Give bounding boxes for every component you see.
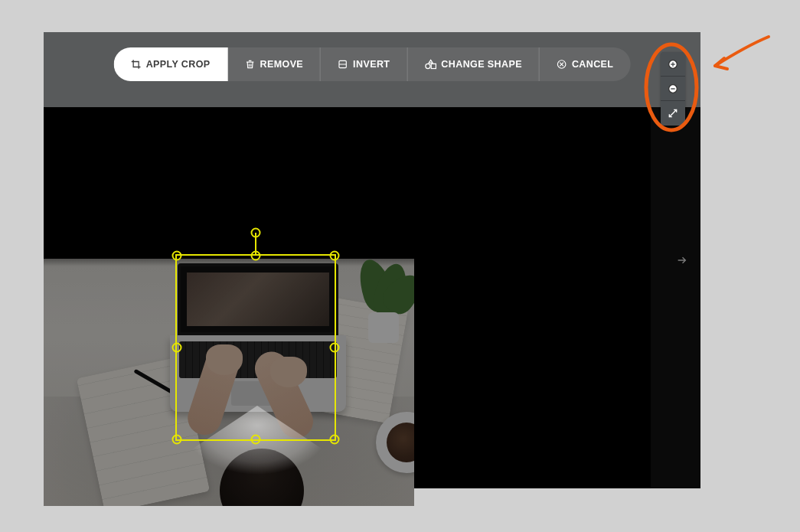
resize-handle-top-center[interactable] <box>251 251 261 261</box>
invert-button[interactable]: INVERT <box>321 47 407 81</box>
crop-toolbar: APPLY CROP REMOVE INVERT CHANGE SHAPE CA… <box>114 47 631 81</box>
zoom-panel <box>661 52 685 126</box>
apply-crop-button[interactable]: APPLY CROP <box>114 47 228 81</box>
resize-handle-bottom-center[interactable] <box>251 435 261 445</box>
resize-handle-top-right[interactable] <box>330 251 340 261</box>
svg-rect-2 <box>431 64 436 68</box>
resize-handle-middle-right[interactable] <box>330 343 340 353</box>
change-shape-button[interactable]: CHANGE SHAPE <box>407 47 540 81</box>
resize-handle-bottom-right[interactable] <box>330 435 340 445</box>
rotate-handle[interactable] <box>251 228 261 238</box>
image-preview[interactable] <box>44 259 414 506</box>
cancel-button[interactable]: CANCEL <box>540 47 630 81</box>
fullscreen-button[interactable] <box>661 101 685 126</box>
crop-icon <box>131 59 142 70</box>
fullscreen-icon <box>668 108 678 119</box>
zoom-out-icon <box>667 83 679 95</box>
hand-prop <box>206 344 243 375</box>
zoom-in-icon <box>667 58 679 70</box>
resize-handle-bottom-left[interactable] <box>172 435 182 445</box>
cancel-label: CANCEL <box>572 59 613 70</box>
zoom-in-button[interactable] <box>661 52 685 77</box>
invert-label: INVERT <box>353 59 390 70</box>
remove-button[interactable]: REMOVE <box>228 47 322 81</box>
canvas-area[interactable] <box>44 107 651 488</box>
hand-prop <box>270 357 307 387</box>
resize-handle-top-left[interactable] <box>172 251 182 261</box>
invert-icon <box>338 59 348 70</box>
resize-handle-middle-left[interactable] <box>172 343 182 353</box>
shapes-icon <box>424 59 436 70</box>
editor-window: APPLY CROP REMOVE INVERT CHANGE SHAPE CA… <box>44 32 700 488</box>
trash-icon <box>245 59 256 70</box>
annotation-arrow <box>704 32 773 86</box>
apply-crop-label: APPLY CROP <box>146 59 211 70</box>
next-slide-button[interactable] <box>673 251 691 269</box>
cancel-icon <box>557 59 567 70</box>
zoom-out-button[interactable] <box>661 77 685 101</box>
remove-label: REMOVE <box>260 59 304 70</box>
plant-prop <box>345 259 414 351</box>
toolbar-band: APPLY CROP REMOVE INVERT CHANGE SHAPE CA… <box>44 32 700 107</box>
change-shape-label: CHANGE SHAPE <box>441 59 522 70</box>
svg-point-1 <box>426 64 430 68</box>
arrow-right-icon <box>676 254 688 266</box>
